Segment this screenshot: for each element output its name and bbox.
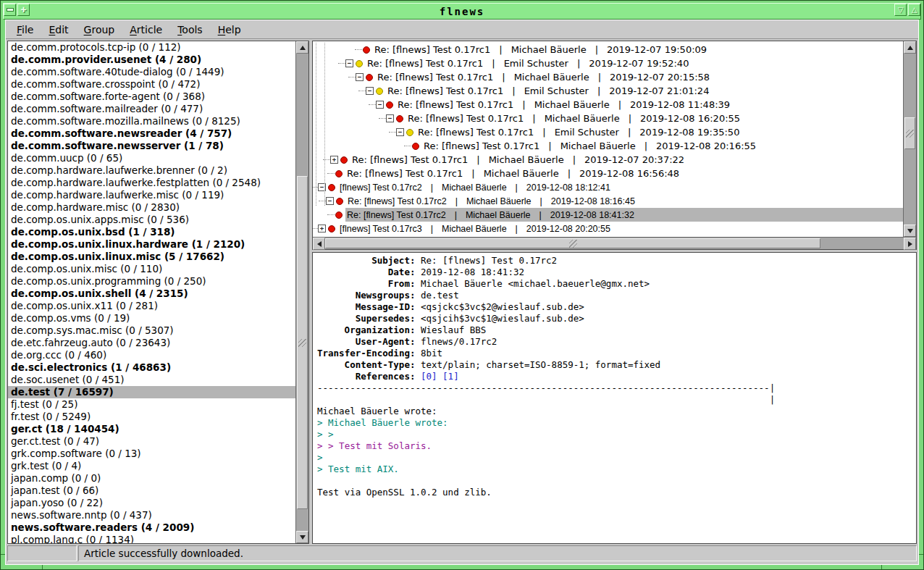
group-row[interactable]: de.comp.os.unix.bsd (1 / 318): [8, 226, 295, 238]
thread-row-text: Re: [flnews] Test 0.17rc1|Michael Bäuerl…: [345, 167, 903, 180]
menu-item-tools[interactable]: Tools: [172, 22, 208, 37]
thread-subject: Re: [flnews] Test 0.17rc1: [374, 44, 490, 55]
thread-row[interactable]: +[flnews] Test 0.17rc3|Michael Bäuerle|2…: [313, 222, 903, 235]
group-row[interactable]: de.comp.os.unix.x11 (0 / 281): [8, 300, 295, 312]
thread-row[interactable]: −Re: [flnews] Test 0.17rc1|Michael Bäuer…: [313, 98, 903, 112]
tree-toggle-plus-icon[interactable]: +: [330, 156, 338, 164]
tree-toggle-minus-icon[interactable]: −: [326, 197, 334, 205]
tree-toggle-minus-icon[interactable]: −: [396, 128, 404, 136]
group-row[interactable]: ger.ct (18 / 140454): [8, 423, 295, 435]
group-row[interactable]: japan.test (0 / 66): [8, 485, 295, 497]
group-row[interactable]: de.test (7 / 16597): [8, 386, 295, 398]
group-row[interactable]: de.comp.os.unix.programming (0 / 250): [8, 275, 295, 288]
group-row[interactable]: fj.test (0 / 25): [8, 398, 295, 411]
thread-row[interactable]: −Re: [flnews] Test 0.17rc1|Michael Bäuer…: [313, 70, 903, 84]
thread-hscrollbar[interactable]: [313, 237, 916, 249]
group-row[interactable]: de.comp.os.unix.shell (4 / 2315): [8, 288, 295, 300]
tree-toggle-minus-icon[interactable]: −: [345, 59, 353, 67]
body-line: > >: [317, 429, 916, 440]
scrollbar-thumb[interactable]: [904, 117, 915, 149]
group-scrollbar[interactable]: [295, 41, 308, 543]
group-row[interactable]: pl.comp.lang.c (0 / 1134): [8, 534, 295, 543]
thread-row[interactable]: +Re: [flnews] Test 0.17rc1|Michael Bäuer…: [313, 153, 903, 167]
scroll-up-button[interactable]: [904, 41, 916, 54]
column-separator: |: [548, 141, 551, 151]
menu-item-help[interactable]: Help: [213, 22, 246, 37]
group-row[interactable]: de.comp.os.unix.apps.misc (0 / 536): [8, 214, 295, 226]
group-row[interactable]: de.comm.software.forte-agent (0 / 368): [8, 91, 295, 103]
group-row[interactable]: de.comm.software.mozilla.mailnews (0 / 8…: [8, 115, 295, 127]
thread-row[interactable]: Re: [flnews] Test 0.17rc2|Michael Bäuerl…: [313, 208, 903, 222]
group-row[interactable]: de.comp.hardware.laufwerke.misc (0 / 119…: [8, 189, 295, 201]
title-bar[interactable]: flnews: [3, 3, 921, 20]
tree-toggle-minus-icon[interactable]: −: [356, 73, 364, 81]
scroll-down-button[interactable]: [296, 531, 308, 543]
group-row[interactable]: de.comp.hardware.laufwerke.festplatten (…: [8, 177, 295, 189]
thread-row-text: Re: [flnews] Test 0.17rc1|Michael Bäuerl…: [376, 70, 903, 84]
group-row[interactable]: fr.test (0 / 5249): [8, 411, 295, 423]
thread-row[interactable]: −Re: [flnews] Test 0.17rc2|Michael Bäuer…: [313, 194, 903, 208]
group-row[interactable]: news.software.nntp (0 / 437): [8, 509, 295, 521]
group-row[interactable]: de.comp.os.unix.linux.hardware (1 / 2120…: [8, 238, 295, 251]
menu-item-file[interactable]: File: [12, 22, 38, 37]
group-row[interactable]: de.comp.os.vms (0 / 19): [8, 312, 295, 324]
group-row[interactable]: de.comm.software.crosspoint (0 / 472): [8, 78, 295, 91]
group-row[interactable]: de.soc.usenet (0 / 451): [8, 374, 295, 386]
group-row[interactable]: de.comp.hardware.misc (0 / 2830): [8, 201, 295, 214]
thread-row[interactable]: −Re: [flnews] Test 0.17rc1|Emil Schuster…: [313, 56, 903, 70]
scroll-right-button[interactable]: [904, 238, 916, 250]
group-row[interactable]: grk.test (0 / 4): [8, 460, 295, 472]
group-row[interactable]: de.sci.electronics (1 / 46863): [8, 361, 295, 374]
tree-toggle-minus-icon[interactable]: −: [386, 114, 394, 122]
group-row[interactable]: de.comp.sys.mac.misc (0 / 5307): [8, 324, 295, 337]
thread-row[interactable]: −Re: [flnews] Test 0.17rc1|Michael Bäuer…: [313, 112, 903, 125]
group-row[interactable]: de.comp.os.unix.linux.misc (5 / 17662): [8, 251, 295, 263]
group-row[interactable]: grk.comp.software (0 / 13): [8, 448, 295, 460]
resize-notch: [42, 565, 43, 569]
group-row[interactable]: de.comm.software.mailreader (0 / 477): [8, 103, 295, 115]
thread-row[interactable]: Re: [flnews] Test 0.17rc1|Michael Bäuerl…: [313, 43, 903, 56]
menu-item-article[interactable]: Article: [125, 22, 167, 37]
group-row[interactable]: de.comm.provider.usenet (4 / 280): [8, 54, 295, 66]
scroll-down-button[interactable]: [904, 225, 916, 237]
body-line: |: [317, 394, 916, 406]
group-row[interactable]: de.comm.software.newsserver (1 / 78): [8, 140, 295, 152]
group-row[interactable]: de.comm.protocols.tcp-ip (0 / 112): [8, 41, 295, 54]
thread-author: Michael Bäuerle: [442, 224, 507, 234]
group-row[interactable]: ger.ct.test (0 / 47): [8, 435, 295, 448]
tree-toggle-minus-icon[interactable]: −: [366, 87, 374, 95]
maximize-button[interactable]: △: [908, 4, 920, 16]
tree-toggle-minus-icon[interactable]: −: [376, 101, 384, 109]
group-row[interactable]: japan.yoso (0 / 22): [8, 497, 295, 509]
tree-toggle-plus-icon[interactable]: +: [318, 225, 326, 232]
group-row[interactable]: de.comm.uucp (0 / 65): [8, 152, 295, 164]
window-ops-button[interactable]: ✚: [17, 4, 30, 16]
thread-vscrollbar[interactable]: [903, 41, 916, 237]
scrollbar-thumb[interactable]: [297, 176, 308, 509]
menu-item-group[interactable]: Group: [79, 22, 120, 37]
group-row[interactable]: de.comm.software.newsreader (4 / 757): [8, 127, 295, 140]
scroll-up-button[interactable]: [296, 41, 308, 54]
right-arrow-icon: [908, 241, 912, 247]
scrollbar-thumb[interactable]: [325, 238, 820, 248]
group-row[interactable]: de.comm.software.40tude-dialog (0 / 1449…: [8, 66, 295, 78]
thread-row[interactable]: Re: [flnews] Test 0.17rc1|Michael Bäuerl…: [313, 139, 903, 153]
thread-date: 2019-12-07 21:01:24: [609, 85, 709, 96]
group-row[interactable]: de.comp.hardware.laufwerke.brenner (0 / …: [8, 164, 295, 177]
reference-link[interactable]: [1]: [442, 371, 459, 382]
thread-row[interactable]: −Re: [flnews] Test 0.17rc1|Emil Schuster…: [313, 84, 903, 98]
window-menu-button[interactable]: [4, 4, 16, 16]
thread-row[interactable]: −[flnews] Test 0.17rc2|Michael Bäuerle|2…: [313, 180, 903, 194]
thread-row[interactable]: Re: [flnews] Test 0.17rc1|Michael Bäuerl…: [313, 167, 903, 180]
reference-link[interactable]: [0]: [421, 371, 437, 382]
menu-item-edit[interactable]: Edit: [43, 22, 73, 37]
article-body: ----------------------------------------…: [317, 382, 916, 498]
scroll-left-button[interactable]: [313, 238, 325, 250]
group-row[interactable]: de.org.ccc (0 / 460): [8, 349, 295, 361]
group-row[interactable]: news.software.readers (4 / 2009): [8, 521, 295, 534]
thread-row[interactable]: −Re: [flnews] Test 0.17rc1|Emil Schuster…: [313, 125, 903, 139]
group-row[interactable]: de.etc.fahrzeug.auto (0 / 23643): [8, 337, 295, 349]
group-row[interactable]: de.comp.os.unix.misc (0 / 110): [8, 263, 295, 275]
group-row[interactable]: japan.comp (0 / 0): [8, 472, 295, 485]
iconify-button[interactable]: ▽: [894, 4, 907, 16]
